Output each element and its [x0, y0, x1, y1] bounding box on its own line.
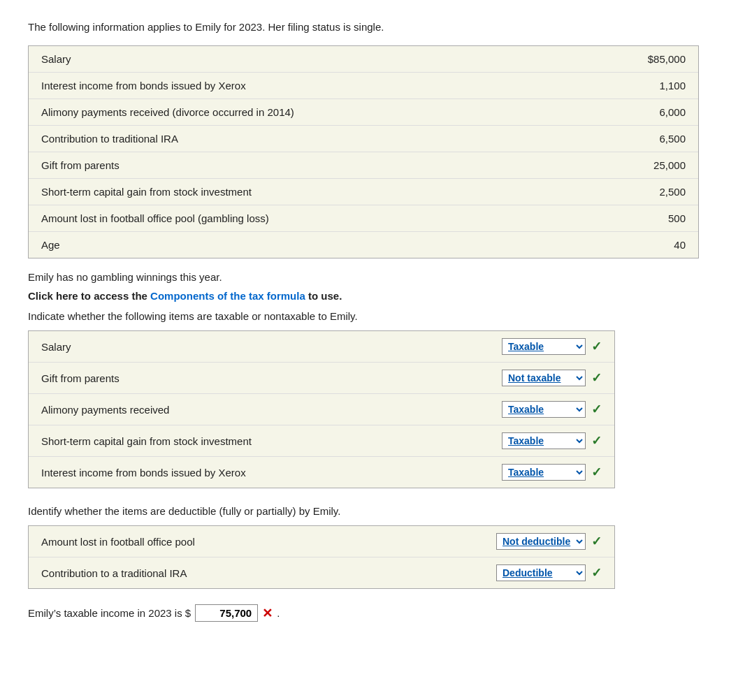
- indicate-text: Indicate whether the following items are…: [28, 310, 724, 322]
- taxable-select[interactable]: TaxableNot taxable: [502, 338, 586, 355]
- click-link-line: Click here to access the Components of t…: [28, 290, 724, 302]
- taxable-row: Gift from parentsTaxableNot taxable✓: [29, 363, 614, 394]
- info-table-row: Interest income from bonds issued by Xer…: [29, 73, 698, 99]
- info-row-label: Amount lost in football office pool (gam…: [41, 212, 269, 224]
- info-table-row: Alimony payments received (divorce occur…: [29, 99, 698, 126]
- taxable-income-line: Emily’s taxable income in 2023 is $ ✕ .: [28, 604, 724, 622]
- correct-indicator: ✓: [591, 465, 602, 480]
- info-table-row: Salary$85,000: [29, 46, 698, 73]
- wrong-indicator: ✕: [262, 606, 273, 621]
- deductible-table: Amount lost in football office poolDeduc…: [28, 525, 615, 589]
- taxable-row: Interest income from bonds issued by Xer…: [29, 457, 614, 488]
- deductible-row-label: Amount lost in football office pool: [41, 536, 496, 548]
- info-row-label: Contribution to traditional IRA: [41, 133, 178, 145]
- taxable-income-prefix: Emily’s taxable income in 2023 is $: [28, 607, 191, 619]
- info-row-value: 40: [674, 239, 686, 251]
- taxable-row-label: Short-term capital gain from stock inves…: [41, 435, 502, 447]
- taxable-income-input[interactable]: [195, 604, 258, 622]
- info-row-label: Salary: [41, 53, 71, 65]
- info-row-label: Gift from parents: [41, 159, 120, 171]
- taxable-row-label: Interest income from bonds issued by Xer…: [41, 467, 502, 479]
- info-table-row: Short-term capital gain from stock inves…: [29, 179, 698, 205]
- info-row-value: 6,000: [659, 106, 686, 118]
- deductible-row: Contribution to a traditional IRADeducti…: [29, 557, 614, 588]
- correct-indicator: ✓: [591, 433, 602, 449]
- info-row-value: 6,500: [659, 133, 686, 145]
- taxable-select[interactable]: TaxableNot taxable: [502, 370, 586, 386]
- taxable-table: SalaryTaxableNot taxable✓Gift from paren…: [28, 330, 615, 488]
- correct-indicator: ✓: [591, 339, 602, 354]
- info-row-value: $85,000: [648, 53, 686, 65]
- correct-indicator: ✓: [591, 534, 602, 549]
- deductible-row-label: Contribution to a traditional IRA: [41, 567, 496, 579]
- info-table-row: Amount lost in football office pool (gam…: [29, 205, 698, 232]
- taxable-row: Short-term capital gain from stock inves…: [29, 425, 614, 457]
- taxable-income-suffix: .: [277, 607, 280, 619]
- correct-indicator: ✓: [591, 402, 602, 417]
- gambling-note: Emily has no gambling winnings this year…: [28, 271, 724, 283]
- tax-formula-link[interactable]: Components of the tax formula: [150, 290, 305, 302]
- intro-text: The following information applies to Emi…: [28, 21, 724, 33]
- info-row-value: 500: [668, 212, 686, 224]
- click-here-prefix: Click here to access the: [28, 290, 150, 302]
- taxable-row-label: Salary: [41, 341, 502, 353]
- info-row-value: 2,500: [659, 186, 686, 198]
- info-table-row: Gift from parents25,000: [29, 152, 698, 179]
- info-row-label: Alimony payments received (divorce occur…: [41, 106, 294, 118]
- info-row-label: Short-term capital gain from stock inves…: [41, 186, 252, 198]
- taxable-select[interactable]: TaxableNot taxable: [502, 464, 586, 481]
- info-row-value: 1,100: [659, 80, 686, 92]
- correct-indicator: ✓: [591, 565, 602, 581]
- taxable-select[interactable]: TaxableNot taxable: [502, 432, 586, 449]
- info-row-label: Interest income from bonds issued by Xer…: [41, 80, 246, 92]
- deductible-row: Amount lost in football office poolDeduc…: [29, 526, 614, 557]
- taxable-row-label: Alimony payments received: [41, 404, 502, 416]
- info-row-label: Age: [41, 239, 60, 251]
- deductible-select[interactable]: DeductibleNot deductible: [496, 533, 586, 550]
- info-table-row: Contribution to traditional IRA6,500: [29, 126, 698, 152]
- click-here-suffix: to use.: [308, 290, 342, 302]
- deductible-select[interactable]: DeductibleNot deductible: [496, 564, 586, 581]
- correct-indicator: ✓: [591, 370, 602, 386]
- info-table-row: Age40: [29, 232, 698, 258]
- info-row-value: 25,000: [653, 159, 686, 171]
- info-table: Salary$85,000Interest income from bonds …: [28, 45, 699, 258]
- taxable-select[interactable]: TaxableNot taxable: [502, 401, 586, 418]
- taxable-row: SalaryTaxableNot taxable✓: [29, 331, 614, 363]
- taxable-row-label: Gift from parents: [41, 372, 502, 384]
- taxable-row: Alimony payments receivedTaxableNot taxa…: [29, 394, 614, 425]
- identify-text: Identify whether the items are deductibl…: [28, 505, 724, 517]
